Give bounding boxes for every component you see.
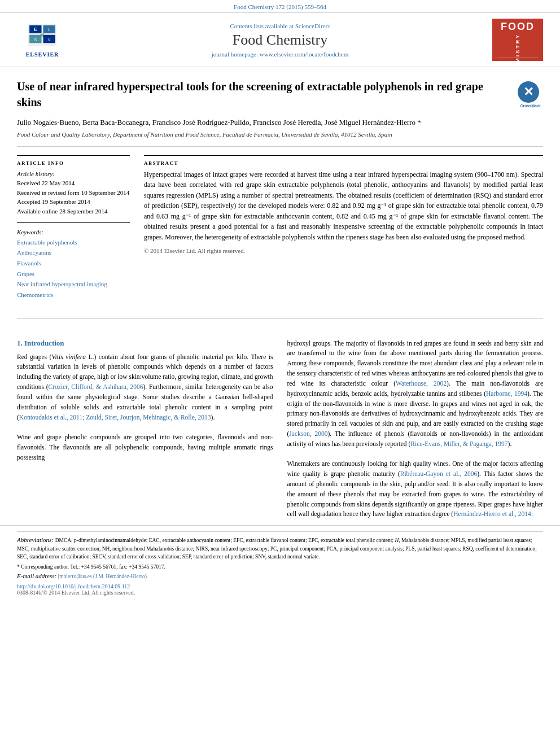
body-col-2: hydroxyl groups. The majority of flavono… bbox=[287, 339, 544, 520]
issn-line: 0308-8146/© 2014 Elsevier Ltd. All right… bbox=[17, 589, 543, 596]
ref-ribereau[interactable]: Ribéreau-Gayon et al., 2006 bbox=[400, 470, 478, 477]
body-divider bbox=[17, 318, 543, 319]
ref-waterhouse[interactable]: Waterhouse, 2002 bbox=[396, 380, 447, 387]
article-history-section: ARTICLE INFO Article history: Received 2… bbox=[17, 155, 130, 216]
ref-rice-evans[interactable]: Rice-Evans, Miller, & Paganga, 1997 bbox=[410, 440, 508, 447]
elsevier-name-label: ELSEVIER bbox=[26, 51, 59, 58]
affiliation-line: Food Colour and Quality Laboratory, Depa… bbox=[17, 131, 543, 138]
svg-text:V: V bbox=[48, 38, 51, 42]
crossmark-icon: ✕ bbox=[523, 84, 533, 101]
sciencedirect-link-text[interactable]: ScienceDirect bbox=[295, 23, 330, 29]
article-history-label: Article history: bbox=[17, 169, 130, 179]
svg-text:S: S bbox=[34, 38, 37, 42]
abstract-heading: ABSTRACT bbox=[144, 160, 543, 166]
food-chemistry-logo: FOOD CHEMISTRY bbox=[492, 19, 543, 61]
keyword-5[interactable]: Near infrared hyperspectral imaging bbox=[17, 279, 130, 290]
abbreviations-text: DMCA, p-dimethylaminocinnamaldehyde; EAC… bbox=[17, 538, 537, 560]
elsevier-logo-area: 🌿 E L S V ELSEVIER bbox=[11, 22, 73, 58]
abstract-section: ABSTRACT Hyperspectral images of intact … bbox=[144, 155, 543, 254]
abstract-text: Hyperspectral images of intact grapes we… bbox=[144, 169, 543, 243]
elsevier-tree-icon: 🌿 E L S V bbox=[25, 22, 59, 50]
abstract-col: ABSTRACT Hyperspectral images of intact … bbox=[144, 155, 543, 307]
journal-homepage: journal homepage: www.elsevier.com/locat… bbox=[79, 51, 481, 58]
keywords-section: Keywords: Extractable polyphenols Anthoc… bbox=[17, 222, 130, 300]
footnote-divider bbox=[17, 531, 543, 532]
corresponding-author-footnote: * Corresponding author. Tel.: +34 9545 5… bbox=[17, 563, 543, 571]
email-text[interactable]: jmhierro@us.es (J.M. Hernández-Hierro). bbox=[58, 574, 148, 579]
abbreviations-footnote: Abbreviations: DMCA, p-dimethylaminocinn… bbox=[17, 535, 543, 561]
received-date: Received 22 May 2014 bbox=[17, 178, 130, 188]
header-divider bbox=[17, 146, 543, 147]
keyword-6[interactable]: Chemometrics bbox=[17, 290, 130, 300]
abbreviations-label: Abbreviations: bbox=[17, 536, 55, 543]
body-text-col2: hydroxyl groups. The majority of flavono… bbox=[287, 339, 544, 520]
accepted-date: Accepted 19 September 2014 bbox=[17, 197, 130, 207]
keyword-1[interactable]: Extractable polyphenols bbox=[17, 237, 130, 248]
article-info-col: ARTICLE INFO Article history: Received 2… bbox=[17, 155, 130, 307]
svg-text:E: E bbox=[34, 27, 37, 32]
body-col-1: 1. Introduction Red grapes (Vitis vinife… bbox=[17, 339, 273, 520]
ref-jackson[interactable]: Jackson, 2000 bbox=[289, 430, 327, 437]
article-info-heading: ARTICLE INFO bbox=[17, 160, 130, 166]
doi-text: http://dx.doi.org/10.1016/j.foodchem.201… bbox=[17, 583, 130, 589]
food-chemistry-logo-area: FOOD CHEMISTRY bbox=[487, 19, 549, 61]
body-columns: 1. Introduction Red grapes (Vitis vinife… bbox=[0, 339, 560, 520]
page: Food Chemistry 172 (2015) 559–564 🌿 E L bbox=[0, 0, 560, 747]
chemistry-logo-text: CHEMISTRY bbox=[515, 33, 520, 61]
email-footnote: E-mail address: jmhierro@us.es (J.M. Her… bbox=[17, 571, 543, 581]
body-text-col1: Red grapes (Vitis vinifera L.) contain a… bbox=[17, 352, 273, 463]
available-date: Available online 28 September 2014 bbox=[17, 207, 130, 216]
homepage-url[interactable]: www.elsevier.com/locate/foodchem bbox=[260, 51, 349, 58]
article-title: Use of near infrared hyperspectral tools… bbox=[17, 78, 543, 110]
keyword-4[interactable]: Grapes bbox=[17, 269, 130, 279]
keyword-2[interactable]: Anthocyanins bbox=[17, 247, 130, 258]
crossmark-label: CrossMark bbox=[518, 103, 543, 109]
doi-line[interactable]: http://dx.doi.org/10.1016/j.foodchem.201… bbox=[17, 583, 543, 589]
ref-kontoudakis[interactable]: Kontoudakis et al., 2011; Zould, Siret, … bbox=[19, 414, 211, 421]
authors-line: Julio Nogales-Bueno, Berta Baca-Bocanegr… bbox=[17, 117, 543, 128]
revised-date: Received in revised form 10 September 20… bbox=[17, 188, 130, 198]
journal-header-center: Contents lists available at ScienceDirec… bbox=[79, 23, 481, 58]
citation-text: Food Chemistry 172 (2015) 559–564 bbox=[234, 3, 326, 10]
svg-text:L: L bbox=[48, 28, 50, 32]
email-label: E-mail address: bbox=[17, 573, 56, 579]
article-content: Use of near infrared hyperspectral tools… bbox=[0, 67, 560, 339]
ref-hernandez[interactable]: Hernández-Hierro et al., 2014; bbox=[453, 510, 533, 517]
ref-crozier[interactable]: Crozier, Clifford, & Ashihara, 2006 bbox=[49, 383, 143, 390]
footnote-area: Abbreviations: DMCA, p-dimethylaminocinn… bbox=[0, 525, 560, 601]
journal-header: 🌿 E L S V ELSEVIER Contents lists avai bbox=[0, 12, 560, 67]
food-logo-text: FOOD bbox=[501, 21, 535, 32]
copyright-text: © 2014 Elsevier Ltd. All rights reserved… bbox=[144, 247, 543, 254]
crossmark-badge[interactable]: ✕ CrossMark bbox=[518, 81, 543, 107]
keywords-heading: Keywords: bbox=[17, 228, 130, 237]
journal-title: Food Chemistry bbox=[79, 32, 481, 49]
keywords-list: Extractable polyphenols Anthocyanins Fla… bbox=[17, 237, 130, 300]
citation-bar: Food Chemistry 172 (2015) 559–564 bbox=[0, 0, 560, 12]
article-info-abstract-cols: ARTICLE INFO Article history: Received 2… bbox=[17, 155, 543, 307]
ref-harborne[interactable]: Harborne, 1994 bbox=[486, 390, 527, 397]
corresponding-author-text: * Corresponding author. Tel.: +34 9545 5… bbox=[17, 564, 165, 570]
sciencedirect-line: Contents lists available at ScienceDirec… bbox=[79, 23, 481, 29]
keyword-3[interactable]: Flavanols bbox=[17, 258, 130, 269]
intro-heading: 1. Introduction bbox=[17, 339, 273, 348]
